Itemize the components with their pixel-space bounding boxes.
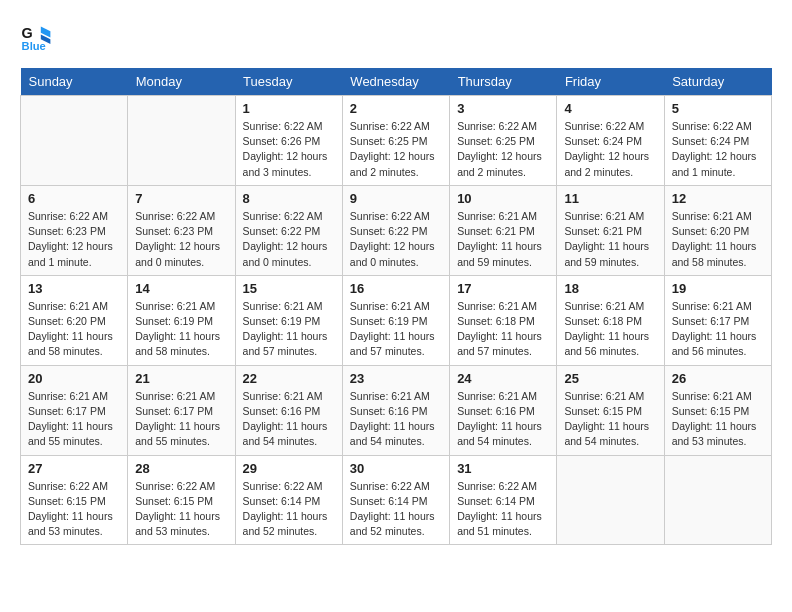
- day-info: Sunrise: 6:22 AM Sunset: 6:14 PM Dayligh…: [350, 479, 442, 540]
- day-number: 8: [243, 191, 335, 206]
- day-info: Sunrise: 6:22 AM Sunset: 6:22 PM Dayligh…: [243, 209, 335, 270]
- calendar-cell: 2Sunrise: 6:22 AM Sunset: 6:25 PM Daylig…: [342, 96, 449, 186]
- day-number: 1: [243, 101, 335, 116]
- day-info: Sunrise: 6:21 AM Sunset: 6:20 PM Dayligh…: [28, 299, 120, 360]
- calendar-cell: 5Sunrise: 6:22 AM Sunset: 6:24 PM Daylig…: [664, 96, 771, 186]
- day-info: Sunrise: 6:22 AM Sunset: 6:22 PM Dayligh…: [350, 209, 442, 270]
- calendar-cell: 7Sunrise: 6:22 AM Sunset: 6:23 PM Daylig…: [128, 185, 235, 275]
- weekday-header-thursday: Thursday: [450, 68, 557, 96]
- weekday-header-wednesday: Wednesday: [342, 68, 449, 96]
- day-number: 30: [350, 461, 442, 476]
- day-number: 6: [28, 191, 120, 206]
- calendar-cell: 22Sunrise: 6:21 AM Sunset: 6:16 PM Dayli…: [235, 365, 342, 455]
- calendar-cell: [557, 455, 664, 545]
- day-number: 13: [28, 281, 120, 296]
- day-info: Sunrise: 6:21 AM Sunset: 6:17 PM Dayligh…: [672, 299, 764, 360]
- day-info: Sunrise: 6:21 AM Sunset: 6:16 PM Dayligh…: [457, 389, 549, 450]
- calendar-cell: 14Sunrise: 6:21 AM Sunset: 6:19 PM Dayli…: [128, 275, 235, 365]
- day-info: Sunrise: 6:22 AM Sunset: 6:23 PM Dayligh…: [135, 209, 227, 270]
- calendar-cell: 13Sunrise: 6:21 AM Sunset: 6:20 PM Dayli…: [21, 275, 128, 365]
- calendar-cell: 1Sunrise: 6:22 AM Sunset: 6:26 PM Daylig…: [235, 96, 342, 186]
- day-info: Sunrise: 6:21 AM Sunset: 6:21 PM Dayligh…: [564, 209, 656, 270]
- weekday-header-sunday: Sunday: [21, 68, 128, 96]
- day-info: Sunrise: 6:22 AM Sunset: 6:15 PM Dayligh…: [28, 479, 120, 540]
- day-number: 10: [457, 191, 549, 206]
- logo-icon: G Blue: [20, 20, 52, 52]
- logo: G Blue: [20, 20, 56, 52]
- day-info: Sunrise: 6:21 AM Sunset: 6:18 PM Dayligh…: [564, 299, 656, 360]
- calendar-cell: 23Sunrise: 6:21 AM Sunset: 6:16 PM Dayli…: [342, 365, 449, 455]
- day-info: Sunrise: 6:22 AM Sunset: 6:25 PM Dayligh…: [457, 119, 549, 180]
- day-number: 31: [457, 461, 549, 476]
- svg-text:Blue: Blue: [22, 40, 46, 52]
- day-info: Sunrise: 6:21 AM Sunset: 6:16 PM Dayligh…: [350, 389, 442, 450]
- day-number: 25: [564, 371, 656, 386]
- calendar-cell: 24Sunrise: 6:21 AM Sunset: 6:16 PM Dayli…: [450, 365, 557, 455]
- day-info: Sunrise: 6:21 AM Sunset: 6:19 PM Dayligh…: [350, 299, 442, 360]
- day-number: 29: [243, 461, 335, 476]
- day-number: 24: [457, 371, 549, 386]
- day-number: 4: [564, 101, 656, 116]
- day-number: 18: [564, 281, 656, 296]
- calendar-table: SundayMondayTuesdayWednesdayThursdayFrid…: [20, 68, 772, 545]
- calendar-cell: 17Sunrise: 6:21 AM Sunset: 6:18 PM Dayli…: [450, 275, 557, 365]
- calendar-cell: 30Sunrise: 6:22 AM Sunset: 6:14 PM Dayli…: [342, 455, 449, 545]
- calendar-cell: 28Sunrise: 6:22 AM Sunset: 6:15 PM Dayli…: [128, 455, 235, 545]
- calendar-cell: 15Sunrise: 6:21 AM Sunset: 6:19 PM Dayli…: [235, 275, 342, 365]
- calendar-cell: 20Sunrise: 6:21 AM Sunset: 6:17 PM Dayli…: [21, 365, 128, 455]
- calendar-cell: 18Sunrise: 6:21 AM Sunset: 6:18 PM Dayli…: [557, 275, 664, 365]
- calendar-cell: 8Sunrise: 6:22 AM Sunset: 6:22 PM Daylig…: [235, 185, 342, 275]
- calendar-cell: 31Sunrise: 6:22 AM Sunset: 6:14 PM Dayli…: [450, 455, 557, 545]
- calendar-cell: 3Sunrise: 6:22 AM Sunset: 6:25 PM Daylig…: [450, 96, 557, 186]
- day-number: 26: [672, 371, 764, 386]
- day-info: Sunrise: 6:21 AM Sunset: 6:16 PM Dayligh…: [243, 389, 335, 450]
- svg-text:G: G: [22, 25, 33, 41]
- weekday-header-monday: Monday: [128, 68, 235, 96]
- day-number: 23: [350, 371, 442, 386]
- day-info: Sunrise: 6:22 AM Sunset: 6:25 PM Dayligh…: [350, 119, 442, 180]
- calendar-cell: 27Sunrise: 6:22 AM Sunset: 6:15 PM Dayli…: [21, 455, 128, 545]
- day-number: 17: [457, 281, 549, 296]
- day-number: 16: [350, 281, 442, 296]
- calendar-cell: 19Sunrise: 6:21 AM Sunset: 6:17 PM Dayli…: [664, 275, 771, 365]
- day-number: 9: [350, 191, 442, 206]
- page-header: G Blue: [20, 20, 772, 52]
- day-number: 7: [135, 191, 227, 206]
- calendar-cell: 11Sunrise: 6:21 AM Sunset: 6:21 PM Dayli…: [557, 185, 664, 275]
- day-number: 19: [672, 281, 764, 296]
- calendar-week-3: 13Sunrise: 6:21 AM Sunset: 6:20 PM Dayli…: [21, 275, 772, 365]
- calendar-week-1: 1Sunrise: 6:22 AM Sunset: 6:26 PM Daylig…: [21, 96, 772, 186]
- day-info: Sunrise: 6:21 AM Sunset: 6:21 PM Dayligh…: [457, 209, 549, 270]
- weekday-header-friday: Friday: [557, 68, 664, 96]
- day-number: 12: [672, 191, 764, 206]
- day-number: 22: [243, 371, 335, 386]
- day-info: Sunrise: 6:21 AM Sunset: 6:17 PM Dayligh…: [28, 389, 120, 450]
- day-number: 2: [350, 101, 442, 116]
- day-info: Sunrise: 6:22 AM Sunset: 6:24 PM Dayligh…: [672, 119, 764, 180]
- day-info: Sunrise: 6:21 AM Sunset: 6:19 PM Dayligh…: [135, 299, 227, 360]
- calendar-cell: 21Sunrise: 6:21 AM Sunset: 6:17 PM Dayli…: [128, 365, 235, 455]
- calendar-cell: [128, 96, 235, 186]
- day-info: Sunrise: 6:21 AM Sunset: 6:15 PM Dayligh…: [672, 389, 764, 450]
- calendar-cell: 10Sunrise: 6:21 AM Sunset: 6:21 PM Dayli…: [450, 185, 557, 275]
- calendar-cell: 9Sunrise: 6:22 AM Sunset: 6:22 PM Daylig…: [342, 185, 449, 275]
- weekday-header-tuesday: Tuesday: [235, 68, 342, 96]
- day-number: 28: [135, 461, 227, 476]
- day-info: Sunrise: 6:22 AM Sunset: 6:15 PM Dayligh…: [135, 479, 227, 540]
- day-number: 11: [564, 191, 656, 206]
- calendar-week-4: 20Sunrise: 6:21 AM Sunset: 6:17 PM Dayli…: [21, 365, 772, 455]
- calendar-cell: [664, 455, 771, 545]
- day-info: Sunrise: 6:22 AM Sunset: 6:24 PM Dayligh…: [564, 119, 656, 180]
- calendar-cell: 26Sunrise: 6:21 AM Sunset: 6:15 PM Dayli…: [664, 365, 771, 455]
- day-number: 3: [457, 101, 549, 116]
- day-info: Sunrise: 6:22 AM Sunset: 6:26 PM Dayligh…: [243, 119, 335, 180]
- day-info: Sunrise: 6:21 AM Sunset: 6:15 PM Dayligh…: [564, 389, 656, 450]
- calendar-cell: 25Sunrise: 6:21 AM Sunset: 6:15 PM Dayli…: [557, 365, 664, 455]
- day-number: 27: [28, 461, 120, 476]
- weekday-header-saturday: Saturday: [664, 68, 771, 96]
- day-number: 20: [28, 371, 120, 386]
- day-number: 21: [135, 371, 227, 386]
- day-info: Sunrise: 6:22 AM Sunset: 6:23 PM Dayligh…: [28, 209, 120, 270]
- day-info: Sunrise: 6:21 AM Sunset: 6:18 PM Dayligh…: [457, 299, 549, 360]
- calendar-week-2: 6Sunrise: 6:22 AM Sunset: 6:23 PM Daylig…: [21, 185, 772, 275]
